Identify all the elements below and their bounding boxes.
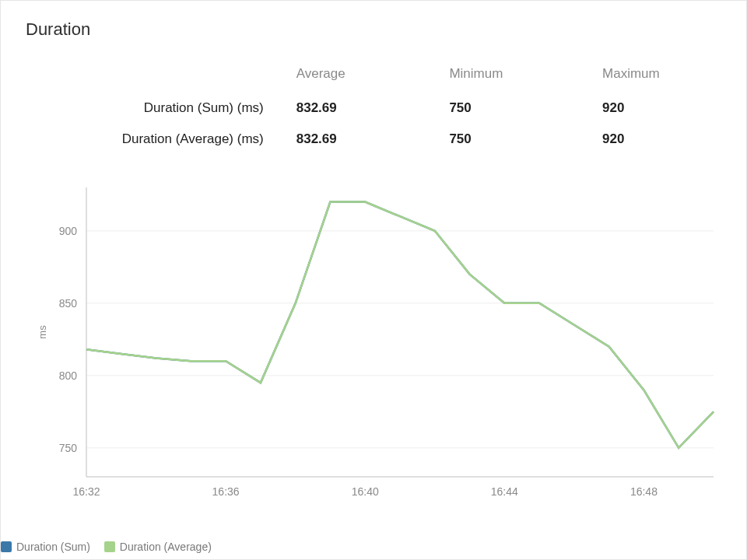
cell-minimum: 750 — [443, 124, 596, 155]
legend-swatch — [1, 541, 12, 552]
cell-maximum: 920 — [596, 93, 721, 124]
chart-legend: Duration (Sum) Duration (Average) — [1, 541, 223, 555]
cell-maximum: 920 — [596, 124, 721, 155]
col-header-average: Average — [290, 61, 444, 93]
cell-average: 832.69 — [290, 93, 444, 124]
svg-text:16:32: 16:32 — [72, 485, 100, 498]
legend-item: Duration (Average) — [104, 541, 212, 553]
table-row: Duration (Average) (ms) 832.69 750 920 — [26, 124, 721, 155]
duration-line-chart: 750800850900ms16:3216:3616:4016:4416:48 — [26, 173, 723, 513]
stats-table: Average Minimum Maximum Duration (Sum) (… — [26, 61, 721, 155]
svg-text:850: 850 — [59, 297, 78, 310]
legend-label: Duration (Average) — [120, 541, 212, 553]
cell-minimum: 750 — [443, 93, 596, 124]
col-header-maximum: Maximum — [596, 61, 721, 93]
panel-title: Duration — [26, 19, 721, 40]
col-header-minimum: Minimum — [443, 61, 596, 93]
svg-text:800: 800 — [59, 369, 78, 382]
svg-text:16:44: 16:44 — [491, 485, 518, 498]
svg-text:16:40: 16:40 — [352, 485, 379, 498]
legend-item: Duration (Sum) — [1, 541, 90, 553]
row-label: Duration (Sum) (ms) — [26, 93, 290, 124]
svg-text:900: 900 — [59, 225, 78, 237]
legend-swatch — [104, 541, 115, 552]
svg-text:ms: ms — [37, 325, 48, 339]
series-line — [86, 202, 714, 448]
table-row: Duration (Sum) (ms) 832.69 750 920 — [26, 93, 721, 124]
cell-average: 832.69 — [290, 124, 444, 155]
row-label: Duration (Average) (ms) — [26, 124, 290, 155]
chart-area: 750800850900ms16:3216:3616:4016:4416:48 — [26, 173, 721, 516]
series-line — [86, 202, 714, 448]
svg-text:16:48: 16:48 — [630, 485, 658, 498]
legend-label: Duration (Sum) — [16, 541, 90, 553]
svg-text:16:36: 16:36 — [212, 485, 240, 498]
svg-text:750: 750 — [59, 442, 78, 454]
metrics-panel: Duration Average Minimum Maximum Duratio… — [0, 0, 747, 560]
